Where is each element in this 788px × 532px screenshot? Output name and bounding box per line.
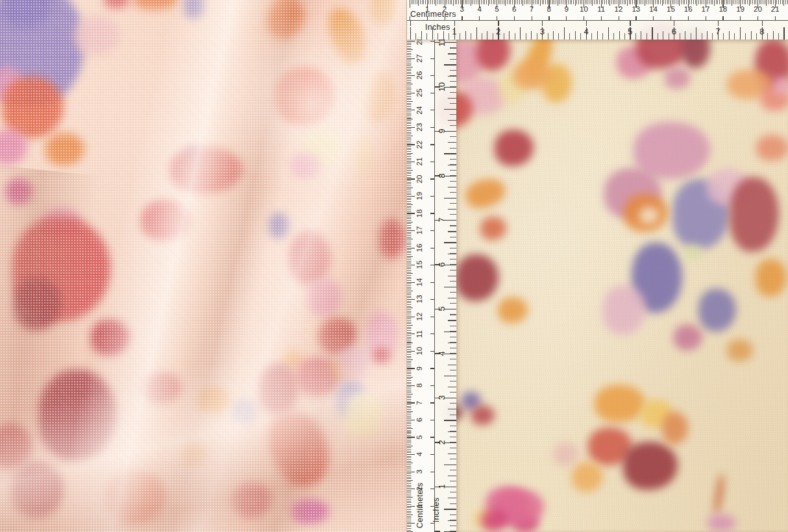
inch-number: 1 (437, 484, 447, 489)
cm-number: 17 (702, 5, 710, 13)
flower-blob (6, 178, 33, 204)
flower-blob (371, 0, 397, 26)
inch-number: 1 (452, 27, 456, 36)
flower-blob (91, 320, 130, 356)
inch-number: 9 (437, 128, 447, 133)
flower-blob (482, 509, 508, 531)
cm-number: 11 (597, 5, 605, 13)
cm-number: 3 (460, 5, 464, 13)
flower-blob (182, 442, 208, 466)
flower-blob (260, 363, 299, 415)
cm-number: 8 (547, 5, 551, 13)
cm-number: 6 (512, 5, 516, 13)
flower-blob (232, 482, 271, 518)
flower-blob (730, 177, 779, 252)
cm-number: 11 (415, 330, 423, 338)
flower-blob (104, 0, 130, 8)
draped-fabric-panel (0, 0, 406, 532)
cm-number: 21 (771, 5, 780, 13)
horizontal-cm-scale: Centimeters 1234567891011121314151617181… (407, 0, 788, 21)
flower-blob (143, 372, 181, 404)
flower-blob (262, 0, 308, 43)
cm-number: 7 (415, 401, 423, 405)
flower-blob (665, 67, 691, 89)
cm-number: 1 (415, 504, 423, 508)
cm-number: 23 (415, 123, 423, 132)
cm-number: 12 (615, 5, 623, 13)
flower-blob (698, 289, 736, 332)
cm-number: 16 (684, 5, 693, 13)
flower-blob (276, 67, 334, 125)
cm-number: 15 (415, 261, 423, 269)
flower-blob (674, 324, 702, 350)
cm-number: 10 (580, 5, 588, 13)
flower-blob (269, 213, 289, 239)
flower-blob (234, 399, 257, 426)
flower-blob (623, 442, 678, 490)
flat-fabric-panel: Centimeters 1234567891011121314151617181… (406, 0, 788, 532)
cm-number: 13 (415, 295, 423, 304)
flower-blob (463, 175, 509, 212)
cm-number: 25 (415, 89, 423, 97)
inch-number: 7 (437, 217, 447, 222)
cm-number: 22 (415, 140, 423, 149)
fabric-product-photo: Centimeters 1234567891011121314151617181… (0, 0, 788, 532)
cm-number: 20 (415, 175, 423, 183)
horizontal-inch-scale: Inches 12345678 (407, 21, 788, 40)
flower-blob (773, 77, 788, 95)
flower-blob (14, 277, 61, 330)
flower-blob (75, 16, 120, 55)
cm-number: 16 (415, 243, 423, 252)
flower-blob (142, 200, 190, 241)
cm-number: 21 (415, 158, 423, 166)
cm-number: 15 (667, 5, 675, 13)
flower-blob (308, 278, 341, 317)
flower-blob (572, 462, 603, 492)
cm-number: 27 (415, 54, 423, 63)
inch-number: 6 (672, 27, 676, 36)
cm-number: 20 (754, 5, 762, 13)
inch-number: 8 (437, 173, 447, 178)
cm-number: 2 (443, 5, 447, 13)
inch-number: 2 (496, 27, 500, 36)
inch-number: 8 (759, 27, 764, 36)
cm-number: 19 (415, 192, 423, 200)
flower-blob (257, 401, 340, 495)
flower-blob (323, 3, 372, 67)
flat-fabric-print (406, 0, 788, 532)
inches-label: Inches (425, 23, 450, 32)
flower-blob (12, 463, 64, 518)
cm-number: 18 (415, 209, 423, 217)
inch-number: 5 (628, 27, 632, 36)
vertical-ruler: Centimeters 1234567891011121314151617181… (407, 0, 456, 532)
flower-blob (495, 130, 534, 166)
flower-blob (362, 69, 397, 125)
flower-blob (471, 405, 495, 425)
vertical-cm-scale: Centimeters 1234567891011121314151617181… (407, 0, 435, 532)
inch-number: 3 (437, 395, 447, 400)
cm-number: 4 (415, 452, 423, 456)
cm-number: 26 (415, 71, 423, 80)
inch-number: 4 (437, 351, 447, 356)
inches-label: Inches (432, 498, 441, 523)
inch-number: 6 (437, 262, 447, 267)
inch-number: 5 (437, 306, 447, 311)
flower-blob (480, 217, 506, 240)
cm-number: 19 (736, 5, 745, 13)
cm-number: 17 (415, 226, 423, 235)
flower-blob (595, 385, 645, 422)
flower-blob (603, 285, 646, 335)
flower-blob (39, 370, 117, 461)
flower-blob (756, 135, 788, 161)
inch-number: 3 (540, 27, 545, 36)
cm-number: 7 (530, 5, 534, 13)
flower-blob (106, 470, 166, 522)
cm-number: 2 (415, 487, 423, 490)
flower-blob (0, 424, 31, 469)
flower-blob (498, 297, 528, 323)
vertical-inch-scale: Inches 1234567891011 (435, 0, 456, 532)
flower-blob (713, 474, 726, 516)
inch-number: 7 (715, 27, 720, 36)
flower-blob (554, 442, 578, 466)
cm-number: 12 (415, 313, 423, 321)
